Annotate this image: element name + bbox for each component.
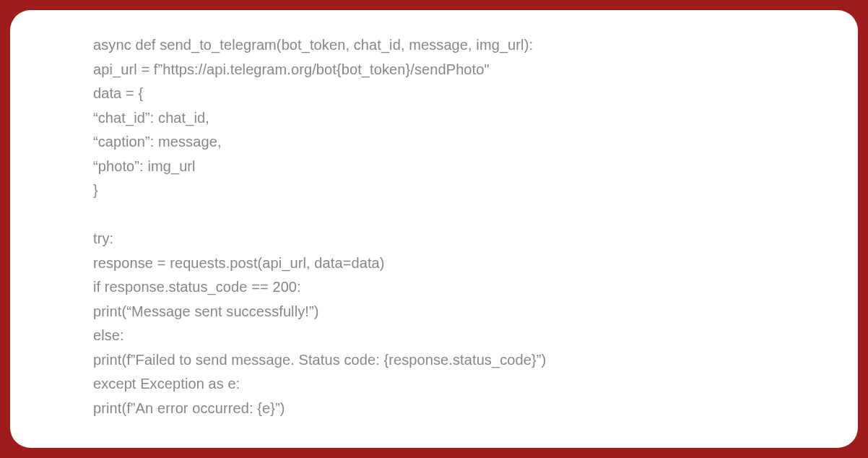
code-line: } [93, 178, 775, 203]
code-line: try: [93, 227, 775, 251]
code-line: “caption”: message, [93, 130, 775, 155]
code-line: data = { [93, 82, 775, 106]
code-line: async def send_to_telegram(bot_token, ch… [93, 33, 775, 58]
code-line: response = requests.post(api_url, data=d… [93, 251, 775, 276]
code-line-empty [93, 203, 775, 228]
code-line: api_url = f”https://api.telegram.org/bot… [93, 58, 775, 82]
code-line: “photo”: img_url [93, 155, 775, 179]
code-block-container: async def send_to_telegram(bot_token, ch… [10, 10, 858, 448]
code-line: if response.status_code == 200: [93, 275, 775, 300]
code-line: print(“Message sent successfully!”) [93, 300, 775, 324]
code-line: except Exception as e: [93, 372, 775, 397]
code-line: else: [93, 324, 775, 348]
code-line: print(f”An error occurred: {e}”) [93, 397, 775, 421]
code-line: “chat_id”: chat_id, [93, 106, 775, 131]
code-line: print(f”Failed to send message. Status c… [93, 348, 775, 373]
